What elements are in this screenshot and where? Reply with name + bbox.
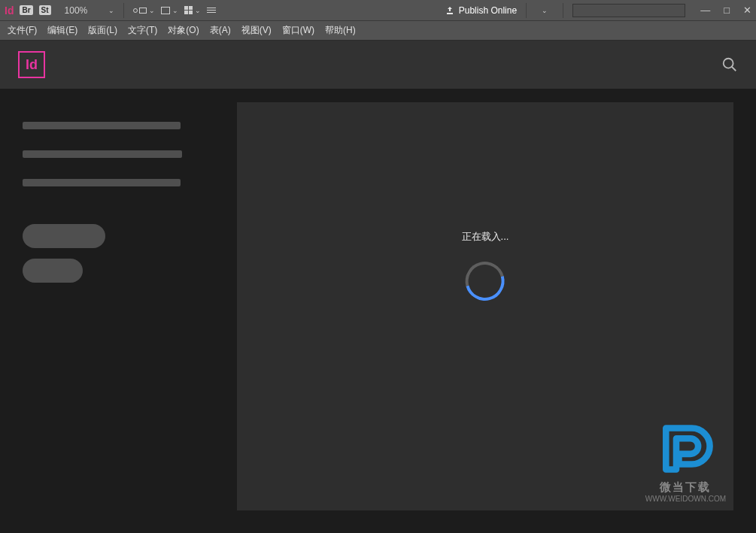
arrange-tool[interactable]: ⌄ — [184, 6, 201, 14]
chevron-down-icon: ⌄ — [149, 7, 155, 14]
loading-indicator: 正在载入... — [462, 230, 509, 301]
upload-icon — [445, 6, 454, 15]
search-icon[interactable] — [721, 56, 738, 73]
minimize-button[interactable]: — — [700, 5, 710, 16]
titlebar: Id Br St 100% ⌄ ⌄ ⌄ ⌄ Publish Online ⌄ —… — [0, 0, 756, 21]
side-panel — [0, 102, 237, 533]
main-area: 正在载入... 微当下载 WWW.WEIDOWN.COM — [0, 89, 756, 533]
separator — [563, 3, 563, 18]
bars-icon — [207, 8, 216, 13]
chevron-down-icon: ⌄ — [195, 7, 201, 14]
grid-icon — [184, 6, 193, 14]
brand-band: Id — [0, 41, 756, 89]
stock-badge[interactable]: St — [39, 5, 51, 15]
placeholder-line — [23, 150, 182, 158]
publish-online-button[interactable]: Publish Online — [445, 5, 517, 16]
close-button[interactable]: ✕ — [743, 5, 751, 16]
placeholder-line — [23, 179, 181, 186]
menubar: 文件(F) 编辑(E) 版面(L) 文字(T) 对象(O) 表(A) 视图(V)… — [0, 21, 756, 41]
eye-icon — [133, 8, 138, 13]
menu-edit[interactable]: 编辑(E) — [47, 24, 77, 37]
svg-line-1 — [732, 67, 736, 71]
spinner-icon — [458, 255, 512, 308]
brand-text: Id — [26, 57, 38, 73]
window-controls: — □ ✕ — [700, 5, 751, 16]
menu-object[interactable]: 对象(O) — [168, 24, 199, 37]
menu-table[interactable]: 表(A) — [210, 24, 231, 37]
watermark-line2: WWW.WEIDOWN.COM — [645, 495, 726, 503]
menu-layout[interactable]: 版面(L) — [88, 24, 117, 37]
maximize-button[interactable]: □ — [724, 5, 730, 16]
placeholder-line — [23, 122, 181, 129]
bridge-badge[interactable]: Br — [20, 5, 32, 15]
view-options-tool[interactable]: ⌄ — [133, 7, 155, 14]
watermark-logo-icon — [652, 422, 718, 476]
menu-window[interactable]: 窗口(W) — [282, 24, 314, 37]
zoom-value: 100% — [65, 5, 88, 16]
publish-label: Publish Online — [459, 5, 517, 16]
loading-text: 正在载入... — [462, 230, 509, 244]
screen-mode-tool[interactable]: ⌄ — [161, 7, 178, 14]
chevron-down-icon: ⌄ — [172, 7, 178, 14]
placeholder-pill — [23, 224, 105, 248]
screen-icon — [161, 7, 170, 14]
list-tool[interactable] — [207, 8, 216, 13]
menu-file[interactable]: 文件(F) — [8, 24, 37, 37]
svg-point-0 — [724, 59, 733, 68]
menu-help[interactable]: 帮助(H) — [325, 24, 356, 37]
watermark-line1: 微当下载 — [645, 480, 726, 495]
brand-box: Id — [18, 51, 45, 78]
separator — [526, 3, 527, 18]
canvas-area: 正在载入... 微当下载 WWW.WEIDOWN.COM — [237, 102, 733, 510]
menu-type[interactable]: 文字(T) — [128, 24, 157, 37]
top-search-input[interactable] — [572, 4, 685, 17]
zoom-select[interactable]: 100% ⌄ — [65, 5, 115, 16]
placeholder-pill — [23, 259, 83, 283]
publish-dropdown[interactable]: ⌄ — [536, 7, 554, 14]
watermark: 微当下载 WWW.WEIDOWN.COM — [645, 422, 726, 503]
square-icon — [139, 8, 147, 14]
chevron-down-icon: ⌄ — [108, 7, 114, 14]
separator — [123, 3, 124, 18]
menu-view[interactable]: 视图(V) — [241, 24, 272, 37]
app-logo: Id — [5, 5, 14, 17]
